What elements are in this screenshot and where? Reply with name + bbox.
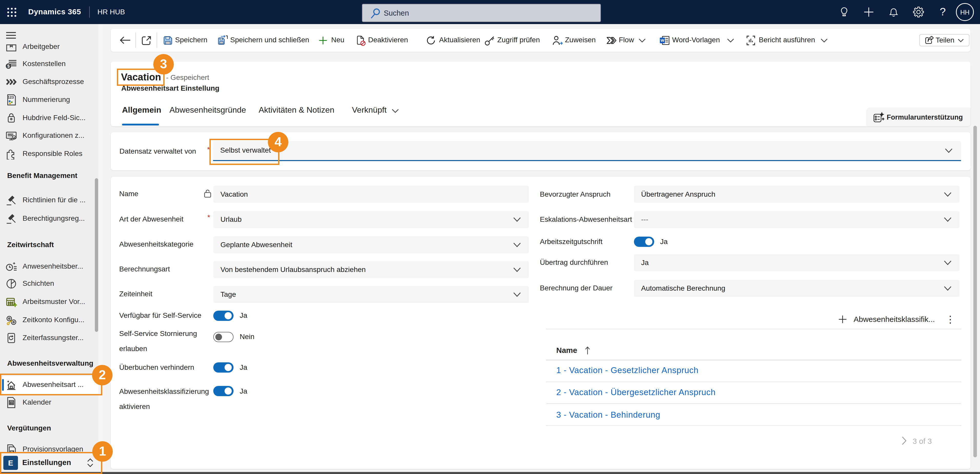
svg-text:GDPR: GDPR — [8, 134, 13, 136]
svg-text:W: W — [660, 38, 665, 43]
svg-text:$: $ — [7, 64, 10, 69]
svg-text:123: 123 — [8, 95, 14, 99]
